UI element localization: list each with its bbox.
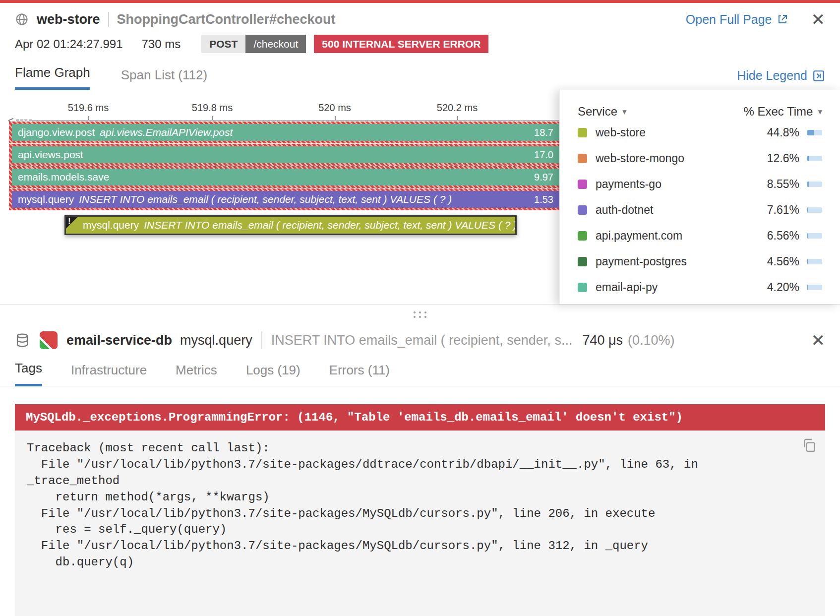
detail-operation-name: mysql.query bbox=[180, 333, 252, 348]
exec-time-bar bbox=[807, 285, 822, 290]
collapse-panel-icon bbox=[812, 69, 825, 82]
legend-exec-header[interactable]: % Exec Time bbox=[743, 105, 813, 119]
legend-service-label: web-store-mongo bbox=[596, 152, 762, 165]
service-color-swatch bbox=[578, 257, 587, 266]
separator bbox=[108, 12, 109, 27]
detail-duration: 740 μs bbox=[582, 333, 623, 348]
legend-percent: 44.8% bbox=[762, 126, 799, 139]
legend-row-api-payment-com[interactable]: api.payment.com 6.56% bbox=[578, 224, 822, 247]
service-color-swatch bbox=[578, 128, 587, 137]
globe-icon bbox=[15, 12, 29, 26]
open-full-page-label: Open Full Page bbox=[686, 12, 772, 27]
flame-span-emails-models-save[interactable]: emails.models.save 9.97 bbox=[12, 169, 559, 185]
axis-tick-label: 519.8 ms bbox=[182, 102, 242, 114]
axis-tick-label: 519.6 ms bbox=[59, 102, 118, 114]
chevron-down-icon: ▾ bbox=[818, 107, 822, 117]
legend-row-payments-go[interactable]: payments-go 8.55% bbox=[578, 172, 822, 196]
span-duration: 9.97 bbox=[529, 172, 553, 183]
detail-resource: INSERT INTO emails_email ( recipient, se… bbox=[271, 333, 573, 348]
trace-service-name: web-store bbox=[37, 12, 100, 27]
flame-span-mysql-query[interactable]: mysql.query INSERT INTO emails_email ( r… bbox=[12, 191, 559, 208]
legend-percent: 7.61% bbox=[762, 203, 799, 217]
legend-row-web-store[interactable]: web-store 44.8% bbox=[578, 121, 822, 144]
axis-dashed-segment bbox=[16, 120, 32, 121]
traceback-text: Traceback (most recent call last): File … bbox=[15, 431, 825, 581]
span-detail: INSERT INTO emails_email ( recipient, se… bbox=[144, 219, 517, 231]
axis-tick bbox=[457, 116, 458, 121]
exec-time-bar bbox=[807, 182, 822, 187]
panel-divider bbox=[0, 304, 840, 325]
axis-tick bbox=[335, 116, 336, 121]
trace-tabs: Flame Graph Span List (112) Hide Legend bbox=[0, 65, 840, 90]
error-span-wrapper: django.view.post api.views.EmailAPIView.… bbox=[9, 122, 559, 143]
detail-tabs: Tags Infrastructure Metrics Logs (19) Er… bbox=[0, 356, 840, 386]
close-detail-icon[interactable]: ✕ bbox=[811, 332, 826, 349]
span-detail: api.views.EmailAPIView.post bbox=[100, 126, 233, 138]
service-color-swatch bbox=[578, 154, 587, 163]
flame-span-selected-mysql-query[interactable]: ! mysql.query INSERT INTO emails_email (… bbox=[64, 215, 517, 235]
http-method-badge: POST bbox=[201, 35, 245, 53]
flame-span-api-views-post[interactable]: api.views.post 17.0 bbox=[12, 146, 559, 163]
service-color-swatch bbox=[578, 180, 587, 189]
legend-service-header[interactable]: Service bbox=[578, 105, 617, 119]
axis-tick bbox=[88, 116, 89, 121]
tab-infrastructure[interactable]: Infrastructure bbox=[71, 363, 147, 386]
span-name: emails.models.save bbox=[18, 171, 109, 183]
tab-flame-graph[interactable]: Flame Graph bbox=[15, 65, 90, 90]
open-full-page-link[interactable]: Open Full Page bbox=[686, 12, 788, 27]
close-trace-icon[interactable]: ✕ bbox=[811, 11, 826, 28]
flame-span-django-view-post[interactable]: django.view.post api.views.EmailAPIView.… bbox=[12, 124, 559, 141]
external-link-icon bbox=[777, 13, 788, 25]
chevron-down-icon: ▾ bbox=[622, 107, 627, 117]
tab-logs[interactable]: Logs (19) bbox=[246, 363, 300, 386]
legend-row-payment-postgres[interactable]: payment-postgres 4.56% bbox=[578, 249, 822, 273]
exec-time-bar bbox=[807, 259, 822, 264]
error-span-wrapper: emails.models.save 9.97 bbox=[9, 166, 559, 188]
legend-panel: Service ▾ % Exec Time ▾ web-store 44.8% … bbox=[559, 90, 840, 304]
span-duration: 18.7 bbox=[529, 127, 553, 138]
tab-metrics[interactable]: Metrics bbox=[176, 363, 217, 386]
span-detail: INSERT INTO emails_email ( recipient, se… bbox=[79, 193, 452, 205]
flame-graph: < 519.6 ms 519.8 ms 520 ms 520.2 ms djan… bbox=[0, 90, 840, 304]
trace-resource-name: ShoppingCartController#checkout bbox=[117, 12, 336, 27]
tab-span-list[interactable]: Span List (112) bbox=[121, 67, 207, 90]
status-code-badge: 500 INTERNAL SERVER ERROR bbox=[314, 35, 488, 53]
trace-duration: 730 ms bbox=[142, 37, 181, 51]
detail-service-name: email-service-db bbox=[66, 333, 172, 348]
trace-timestamp: Apr 02 01:24:27.991 bbox=[15, 37, 123, 51]
legend-service-label: email-api-py bbox=[596, 281, 762, 294]
span-name: mysql.query bbox=[83, 219, 139, 231]
error-banner: MySQLdb._exceptions.ProgrammingError: (1… bbox=[15, 404, 825, 431]
legend-service-label: payments-go bbox=[596, 178, 762, 191]
legend-row-email-api-py[interactable]: email-api-py 4.20% bbox=[578, 275, 822, 299]
drag-handle[interactable] bbox=[411, 308, 429, 321]
span-duration: 1.53 bbox=[529, 194, 553, 205]
detail-duration-percent: (0.10%) bbox=[628, 333, 675, 348]
span-name: mysql.query bbox=[18, 193, 74, 205]
flame-lanes: django.view.post api.views.EmailAPIView.… bbox=[9, 122, 559, 235]
hide-legend-label: Hide Legend bbox=[737, 68, 807, 83]
error-span-wrapper: mysql.query INSERT INTO emails_email ( r… bbox=[9, 188, 559, 210]
legend-row-auth-dotnet[interactable]: auth-dotnet 7.61% bbox=[578, 198, 822, 222]
exec-time-bar bbox=[807, 207, 822, 213]
span-detail-header: email-service-db mysql.query INSERT INTO… bbox=[0, 325, 840, 356]
copy-icon[interactable] bbox=[801, 437, 817, 453]
trace-header: web-store ShoppingCartController#checkou… bbox=[0, 3, 840, 53]
legend-service-label: api.payment.com bbox=[596, 229, 762, 243]
axis-tick bbox=[212, 116, 213, 121]
service-color-swatch bbox=[578, 231, 587, 241]
tab-errors[interactable]: Errors (11) bbox=[329, 363, 390, 386]
legend-service-label: auth-dotnet bbox=[596, 203, 762, 217]
span-name: api.views.post bbox=[18, 149, 83, 161]
axis-tick-label: 520 ms bbox=[305, 102, 364, 114]
legend-row-web-store-mongo[interactable]: web-store-mongo 12.6% bbox=[578, 146, 822, 170]
tab-tags[interactable]: Tags bbox=[15, 361, 42, 386]
axis-line bbox=[32, 120, 559, 121]
legend-percent: 12.6% bbox=[762, 152, 799, 165]
hide-legend-link[interactable]: Hide Legend bbox=[737, 68, 825, 90]
legend-percent: 6.56% bbox=[762, 229, 799, 243]
error-span-wrapper: api.views.post 17.0 bbox=[9, 144, 559, 166]
legend-service-label: web-store bbox=[596, 126, 762, 139]
exec-time-bar bbox=[807, 130, 822, 135]
separator bbox=[261, 331, 262, 349]
